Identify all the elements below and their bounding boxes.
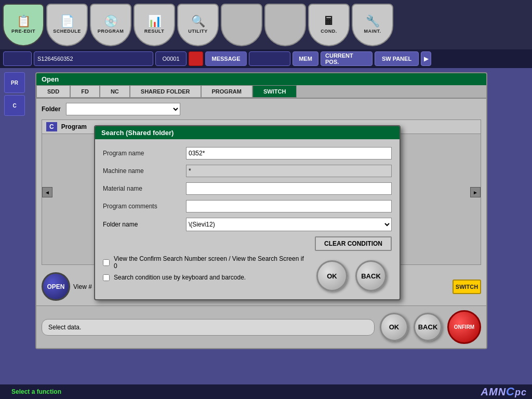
top-navigation: 📋 PRE-EDIT 📄 SCHEDULE 💿 PROGRAM 📊 RESULT… <box>0 0 532 49</box>
c-button[interactable]: C <box>4 95 25 116</box>
bottom-status-text: Select a function <box>11 388 61 395</box>
program-name-input[interactable] <box>186 147 392 159</box>
bottom-back-button[interactable]: BACK <box>414 313 442 341</box>
program-label: PROGRAM <box>98 29 124 34</box>
open-panel: Open SDD FD NC SHARED FOLDER PROGRAM SWI… <box>35 72 487 349</box>
machine-name-input[interactable] <box>186 165 392 177</box>
switch-button[interactable]: SWITCH <box>453 280 481 294</box>
current-pos-button[interactable]: CURRENT POS. <box>321 51 373 66</box>
search-dialog-title: Search (Shared folder) <box>95 126 400 139</box>
left-sidebar: PR C <box>4 72 30 116</box>
tab-empty-2 <box>264 4 306 46</box>
material-name-row: Material name <box>103 182 392 195</box>
scroll-right[interactable]: ► <box>470 187 481 197</box>
message-label: MESSAGE <box>211 56 240 62</box>
program-name-row: Program name <box>103 147 392 159</box>
mem-button[interactable]: MEM <box>292 51 318 66</box>
tab-shared-folder[interactable]: SHARED FOLDER <box>130 85 201 98</box>
right-arrow-icon[interactable]: ► <box>470 187 481 197</box>
checkbox-row-2: Search condition use by keyboard and bar… <box>103 274 306 281</box>
tab-empty-1 <box>221 4 262 46</box>
checkbox-confirm-search[interactable] <box>103 259 110 266</box>
maint-label: MAINT. <box>364 29 381 34</box>
left-arrow-icon[interactable]: ◄ <box>42 187 52 197</box>
program-comments-label: Program comments <box>103 203 181 210</box>
tab-utility[interactable]: 🔍 UTILITY <box>177 4 219 46</box>
inner-panel: C Program Search (Shared folder) Program… <box>42 119 481 265</box>
tab-maint[interactable]: 🔧 MAINT. <box>352 4 393 46</box>
open-button[interactable]: OPEN <box>42 272 70 301</box>
machine-name-row: Machine name <box>103 165 392 177</box>
confirm-button[interactable]: ONFIRM <box>447 310 481 344</box>
tab-cond[interactable]: 🖩 COND. <box>308 4 350 46</box>
folder-row: Folder <box>36 99 486 119</box>
open-panel-title: Open <box>36 73 486 85</box>
serial-number-box: S1264560352 <box>34 51 153 66</box>
main-content: PR C Open SDD FD NC SHARED FOLDER PROGRA… <box>0 68 532 384</box>
checkbox-keyboard-barcode[interactable] <box>103 274 110 281</box>
pr-button[interactable]: PR <box>4 72 25 93</box>
mode-box <box>3 51 32 66</box>
result-icon: 📊 <box>148 16 162 27</box>
utility-icon: 🔍 <box>191 16 205 27</box>
scroll-left[interactable]: ◄ <box>42 187 52 197</box>
search-ok-button[interactable]: OK <box>316 260 348 291</box>
material-name-input[interactable] <box>186 182 392 195</box>
ok-back-row: OK BACK <box>316 260 392 291</box>
tab-program[interactable]: PROGRAM <box>201 85 252 98</box>
tab-schedule[interactable]: 📄 SCHEDULE <box>46 4 88 46</box>
open-tab-bar: SDD FD NC SHARED FOLDER PROGRAM SWITCH <box>36 85 486 99</box>
bottom-status-bar: Select a function AMNCpc <box>0 384 532 399</box>
bottom-logo: AMNCpc <box>481 385 527 398</box>
tab-nc[interactable]: NC <box>100 85 130 98</box>
code-box: O0001 <box>155 51 187 66</box>
material-name-label: Material name <box>103 185 181 192</box>
folder-name-select[interactable]: \(Sievi12) <box>186 218 392 231</box>
tab-sdd[interactable]: SDD <box>36 85 70 98</box>
schedule-label: SCHEDULE <box>53 29 81 34</box>
view-label: View # <box>73 283 92 290</box>
c-badge: C <box>46 122 57 131</box>
cond-icon: 🖩 <box>323 16 335 27</box>
select-data-box: Select data. <box>42 319 375 336</box>
utility-label: UTILITY <box>188 29 208 34</box>
status-bar: S1264560352 O0001 MESSAGE MEM CURRENT PO… <box>0 49 532 68</box>
code-value: O0001 <box>162 56 179 62</box>
checkbox-confirm-label: View the Confirm Search Number screen / … <box>114 255 306 270</box>
program-text: Program <box>61 123 87 130</box>
program-comments-row: Program comments <box>103 200 392 212</box>
logo-text: AMN <box>481 386 507 397</box>
message-box: MESSAGE <box>205 51 247 66</box>
tab-fd[interactable]: FD <box>70 85 100 98</box>
tab-result[interactable]: 📊 RESULT <box>134 4 175 46</box>
checkbox-keyboard-label: Search condition use by keyboard and bar… <box>114 274 246 281</box>
cond-label: COND. <box>321 29 337 34</box>
checkbox-row-1: View the Confirm Search Number screen / … <box>103 255 306 270</box>
search-dialog: Search (Shared folder) Program name Mach… <box>94 125 401 300</box>
program-name-label: Program name <box>103 150 181 157</box>
blank-status-box <box>249 51 290 66</box>
folder-name-label: Folder name <box>103 221 181 228</box>
tab-program[interactable]: 💿 PROGRAM <box>90 4 131 46</box>
extra-button[interactable]: ▶ <box>421 51 431 66</box>
machine-name-label: Machine name <box>103 167 181 175</box>
open-bottom-bar: Select data. OK BACK ONFIRM <box>36 305 486 348</box>
select-data-text: Select data. <box>48 324 81 331</box>
pre-edit-icon: 📋 <box>17 16 31 27</box>
folder-label: Folder <box>42 105 61 113</box>
schedule-icon: 📄 <box>60 16 74 27</box>
sw-panel-button[interactable]: SW PANEL <box>375 51 419 66</box>
folder-select[interactable] <box>66 103 180 115</box>
bottom-ok-button[interactable]: OK <box>380 313 408 341</box>
program-comments-input[interactable] <box>186 200 392 212</box>
pre-edit-label: PRE-EDIT <box>11 29 35 34</box>
status-text-container: Select a function <box>5 386 481 397</box>
tab-pre-edit[interactable]: 📋 PRE-EDIT <box>3 4 44 46</box>
clear-condition-button[interactable]: CLEAR CONDITION <box>315 236 392 251</box>
folder-name-row: Folder name \(Sievi12) <box>103 218 392 231</box>
status-indicator <box>189 51 203 66</box>
maint-icon: 🔧 <box>366 16 380 27</box>
result-label: RESULT <box>144 29 164 34</box>
tab-switch[interactable]: SWITCH <box>252 85 297 98</box>
search-back-button[interactable]: BACK <box>355 260 387 291</box>
